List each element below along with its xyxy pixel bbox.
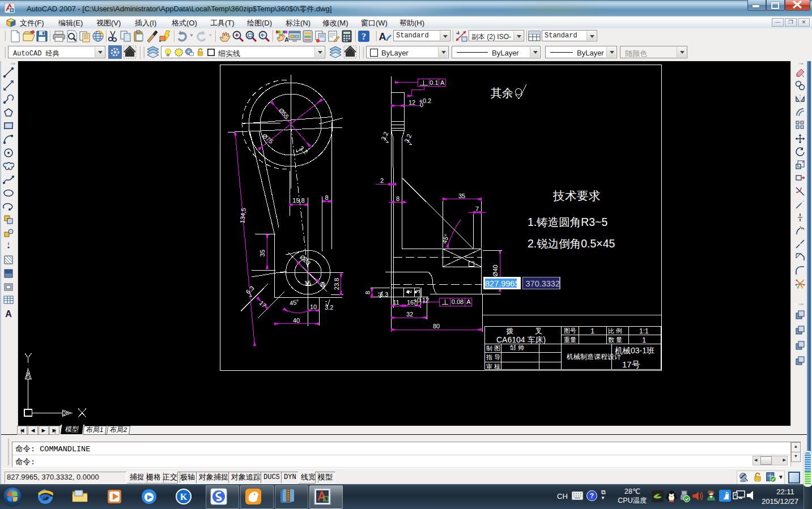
svg-text:图号: 图号 <box>564 327 576 334</box>
svg-text:技术要求: 技术要求 <box>552 189 601 202</box>
svg-text:35: 35 <box>458 193 465 199</box>
svg-text:拨: 拨 <box>506 327 513 335</box>
svg-text:8: 8 <box>325 194 328 201</box>
svg-text:6.3: 6.3 <box>380 291 388 298</box>
svg-text:A: A <box>466 298 471 305</box>
svg-text:其余: 其余 <box>491 87 513 99</box>
svg-text:?: ? <box>590 492 594 500</box>
svg-text:134,5: 134,5 <box>239 207 246 223</box>
svg-text:0: 0 <box>414 300 418 307</box>
svg-text:8: 8 <box>396 195 399 202</box>
svg-text:11: 11 <box>393 299 399 306</box>
svg-text:1:1: 1:1 <box>639 327 649 335</box>
svg-text:1.铸造圆角R3~5: 1.铸造圆角R3~5 <box>528 216 608 228</box>
svg-text:32: 32 <box>406 311 413 318</box>
svg-text:重量: 重量 <box>564 336 576 343</box>
svg-text:Ø40: Ø40 <box>492 265 499 277</box>
svg-text:1: 1 <box>590 327 594 335</box>
svg-text:8: 8 <box>364 291 371 294</box>
svg-text:机械03-1班: 机械03-1班 <box>615 346 654 355</box>
svg-text:827.9965: 827.9965 <box>485 279 519 288</box>
svg-text:比 例: 比 例 <box>608 327 622 334</box>
svg-text:2: 2 <box>406 290 413 293</box>
svg-text:K: K <box>180 492 188 502</box>
svg-text:23.8: 23.8 <box>333 278 340 290</box>
svg-text:370.3332: 370.3332 <box>526 279 560 288</box>
svg-text:35: 35 <box>259 250 266 256</box>
svg-text:80: 80 <box>433 323 440 330</box>
svg-text:e: e <box>41 490 46 504</box>
svg-text:16: 16 <box>407 299 414 306</box>
svg-text:机械制造课程设计: 机械制造课程设计 <box>566 353 621 361</box>
svg-text:叉: 叉 <box>535 327 542 335</box>
svg-text:CA6104 车床): CA6104 车床) <box>496 335 546 344</box>
svg-text:7: 7 <box>475 206 479 212</box>
svg-text:Ø55: Ø55 <box>278 107 291 121</box>
svg-text:10: 10 <box>310 303 317 310</box>
svg-text:3.2: 3.2 <box>325 304 333 311</box>
svg-text:3: 3 <box>414 290 421 293</box>
svg-text:17号: 17号 <box>622 360 640 369</box>
svg-text:3.2: 3.2 <box>403 133 413 144</box>
svg-text:12: 12 <box>409 99 415 106</box>
svg-text:2: 2 <box>380 177 384 184</box>
svg-text:0.08: 0.08 <box>452 298 464 305</box>
svg-text:Ø23: Ø23 <box>299 254 312 267</box>
svg-text:指 导: 指 导 <box>486 354 500 361</box>
svg-text:17: 17 <box>258 300 267 309</box>
svg-text:A: A <box>440 79 445 86</box>
svg-text:45°: 45° <box>289 298 299 307</box>
svg-text:40: 40 <box>293 317 300 324</box>
svg-text:邹 帅: 邹 帅 <box>509 344 524 351</box>
svg-text:数 量: 数 量 <box>608 336 622 343</box>
svg-text:0.1: 0.1 <box>430 79 438 86</box>
svg-text:制 图: 制 图 <box>486 345 500 352</box>
svg-text:A: A <box>321 281 325 288</box>
svg-text:0: 0 <box>420 101 423 108</box>
svg-text:Ø75: Ø75 <box>261 132 275 145</box>
svg-text:3.2: 3.2 <box>380 131 389 142</box>
svg-text:6.3: 6.3 <box>245 284 256 295</box>
svg-text:审 核: 审 核 <box>486 363 500 370</box>
svg-text:2.锐边倒角0.5×45: 2.锐边倒角0.5×45 <box>528 237 615 250</box>
svg-text:15.8: 15.8 <box>292 197 304 204</box>
svg-text:1: 1 <box>642 336 646 344</box>
